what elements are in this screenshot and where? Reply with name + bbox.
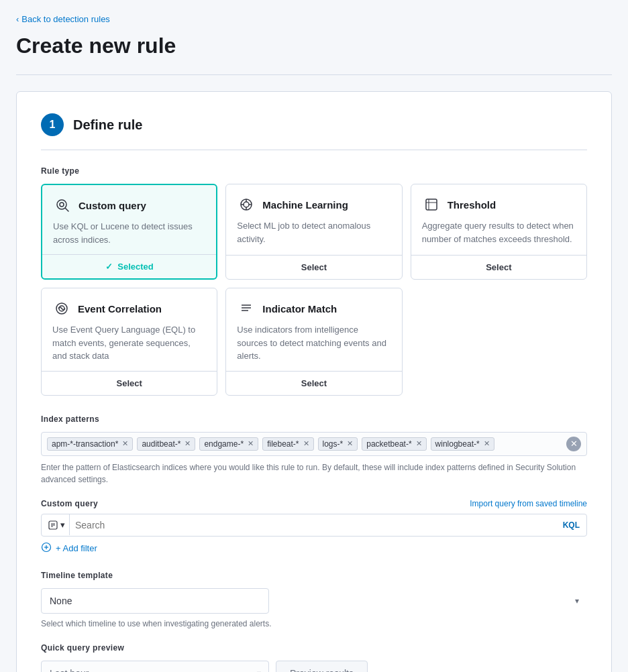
custom-query-desc: Use KQL or Lucene to detect issues acros… xyxy=(53,220,205,246)
index-tag-apm[interactable]: apm-*-transaction* ✕ xyxy=(47,437,133,451)
query-type-button[interactable]: ▾ xyxy=(48,514,70,535)
step-header: 1 Define rule xyxy=(41,113,587,136)
index-tag-winlogbeat[interactable]: winlogbeat-* ✕ xyxy=(431,437,494,451)
timeline-template-label: Timeline template xyxy=(41,571,587,580)
timeline-select-wrapper: None ▾ xyxy=(41,588,587,614)
add-filter-label: + Add filter xyxy=(56,543,97,553)
machine-learning-name: Machine Learning xyxy=(262,199,348,211)
custom-query-header: Custom query Import query from saved tim… xyxy=(41,499,587,508)
rule-type-label: Rule type xyxy=(41,166,587,176)
quick-preview-row: Last hour Last 24 hours Last 7 days ▾ Pr… xyxy=(41,661,587,673)
timeline-helper: Select which timeline to use when invest… xyxy=(41,618,587,630)
svg-point-0 xyxy=(57,200,66,209)
svg-rect-9 xyxy=(426,199,437,210)
remove-tag-filebeat[interactable]: ✕ xyxy=(303,440,309,447)
threshold-name: Threshold xyxy=(448,199,496,211)
index-tag-auditbeat[interactable]: auditbeat-* ✕ xyxy=(137,437,195,451)
index-patterns-helper: Enter the pattern of Elasticsearch indic… xyxy=(41,461,587,486)
kql-badge: KQL xyxy=(563,520,580,530)
remove-tag-winlogbeat[interactable]: ✕ xyxy=(484,440,490,447)
rule-card-indicator-match[interactable]: Indicator Match Use indicators from inte… xyxy=(225,288,402,396)
timeline-chevron-icon: ▾ xyxy=(575,596,579,606)
event-correlation-desc: Use Event Query Language (EQL) to match … xyxy=(52,323,206,363)
step-divider xyxy=(41,150,587,150)
index-patterns-row[interactable]: apm-*-transaction* ✕ auditbeat-* ✕ endga… xyxy=(41,432,587,456)
remove-tag-endgame[interactable]: ✕ xyxy=(248,440,254,447)
threshold-footer[interactable]: Select xyxy=(411,255,586,279)
chevron-down-icon: ▾ xyxy=(60,520,65,530)
step-badge: 1 xyxy=(41,113,64,136)
step-title: Define rule xyxy=(73,117,142,133)
threshold-icon xyxy=(422,195,441,214)
event-correlation-name: Event Correlation xyxy=(78,303,162,315)
remove-tag-auditbeat[interactable]: ✕ xyxy=(185,440,191,447)
back-link-label: Back to detection rules xyxy=(21,14,110,24)
rule-type-grid-row2: Event Correlation Use Event Query Langua… xyxy=(41,288,587,396)
import-query-link[interactable]: Import query from saved timeline xyxy=(470,499,587,508)
timeline-select[interactable]: None xyxy=(41,588,269,614)
index-tag-logs[interactable]: logs-* ✕ xyxy=(318,437,358,451)
selected-check-icon: ✓ xyxy=(105,262,113,272)
page-title: Create new rule xyxy=(16,34,612,58)
add-filter-button[interactable]: + Add filter xyxy=(41,542,97,555)
remove-tag-packetbeat[interactable]: ✕ xyxy=(416,440,422,447)
title-divider xyxy=(16,74,612,75)
rule-card-empty xyxy=(411,288,587,396)
indicator-match-name: Indicator Match xyxy=(262,303,337,315)
event-correlation-footer[interactable]: Select xyxy=(42,371,217,395)
preview-select-wrapper: Last hour Last 24 hours Last 7 days ▾ xyxy=(41,661,269,673)
back-link[interactable]: ‹ Back to detection rules xyxy=(16,14,110,24)
index-patterns-label: Index patterns xyxy=(41,414,587,424)
remove-tag-apm[interactable]: ✕ xyxy=(122,440,128,447)
rule-type-grid-row1: Custom query Use KQL or Lucene to detect… xyxy=(41,184,587,280)
timeframe-select[interactable]: Last hour Last 24 hours Last 7 days xyxy=(41,661,269,673)
machine-learning-footer[interactable]: Select xyxy=(226,255,401,279)
search-input[interactable] xyxy=(75,514,563,536)
clear-all-button[interactable]: ✕ xyxy=(566,437,581,451)
add-filter-icon xyxy=(41,542,52,555)
rule-card-machine-learning[interactable]: Machine Learning Select ML job to detect… xyxy=(225,184,402,280)
svg-point-4 xyxy=(244,202,249,207)
machine-learning-icon xyxy=(237,195,256,214)
rule-card-threshold[interactable]: Threshold Aggregate query results to det… xyxy=(411,184,587,280)
preview-results-button[interactable]: Preview results xyxy=(276,661,368,673)
rule-card-custom-query[interactable]: Custom query Use KQL or Lucene to detect… xyxy=(41,184,217,280)
define-rule-card: 1 Define rule Rule type Custom query xyxy=(16,91,612,672)
svg-line-1 xyxy=(66,209,69,212)
custom-query-footer: ✓ Selected xyxy=(42,254,216,278)
indicator-match-icon xyxy=(237,299,256,318)
machine-learning-desc: Select ML job to detect anomalous activi… xyxy=(237,219,390,247)
query-input-row: ▾ KQL xyxy=(41,514,587,537)
custom-query-name: Custom query xyxy=(78,200,146,211)
indicator-match-footer[interactable]: Select xyxy=(226,371,401,395)
rule-card-event-correlation[interactable]: Event Correlation Use Event Query Langua… xyxy=(41,288,217,396)
custom-query-icon xyxy=(53,196,72,215)
event-correlation-icon xyxy=(52,299,71,318)
index-tag-endgame[interactable]: endgame-* ✕ xyxy=(199,437,258,451)
threshold-desc: Aggregate query results to detect when n… xyxy=(422,219,576,247)
custom-query-label: Custom query xyxy=(41,499,98,508)
svg-point-2 xyxy=(60,203,64,207)
indicator-match-desc: Use indicators from intelligence sources… xyxy=(237,323,390,363)
index-tag-filebeat[interactable]: filebeat-* ✕ xyxy=(262,437,313,451)
index-tag-packetbeat[interactable]: packetbeat-* ✕ xyxy=(362,437,426,451)
quick-preview-label: Quick query preview xyxy=(41,643,587,653)
remove-tag-logs[interactable]: ✕ xyxy=(347,440,353,447)
back-chevron-icon: ‹ xyxy=(16,14,19,24)
add-filter-row: + Add filter xyxy=(41,542,587,555)
